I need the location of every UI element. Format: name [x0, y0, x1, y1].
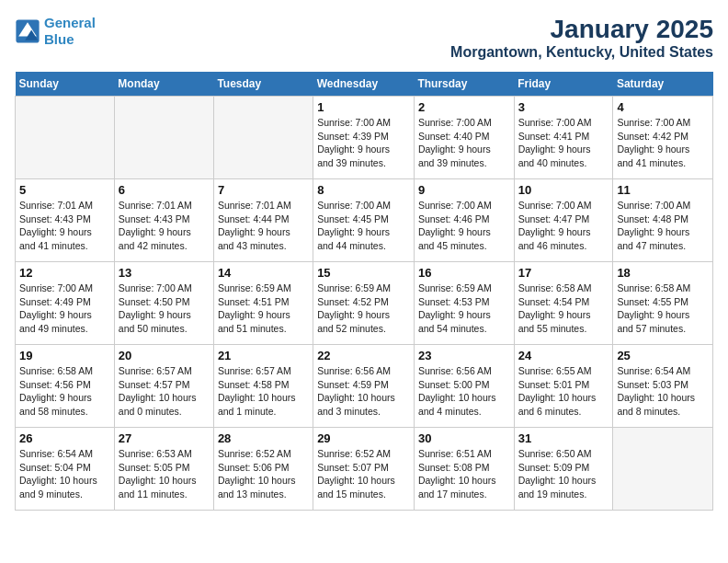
day-cell [613, 428, 713, 511]
day-number: 13 [119, 266, 210, 280]
day-number: 21 [218, 349, 309, 362]
day-number: 1 [317, 100, 410, 114]
day-info: Sunrise: 6:56 AM Sunset: 4:59 PM Dayligh… [317, 364, 410, 419]
day-number: 25 [617, 349, 709, 362]
day-cell: 10Sunrise: 7:00 AM Sunset: 4:47 PM Dayli… [514, 179, 613, 262]
day-number: 24 [518, 349, 609, 362]
day-cell: 15Sunrise: 6:59 AM Sunset: 4:52 PM Dayli… [313, 262, 415, 345]
day-cell: 21Sunrise: 6:57 AM Sunset: 4:58 PM Dayli… [213, 345, 313, 428]
day-cell: 30Sunrise: 6:51 AM Sunset: 5:08 PM Dayli… [414, 428, 514, 511]
week-row-1: 1Sunrise: 7:00 AM Sunset: 4:39 PM Daylig… [16, 97, 713, 179]
calendar-title: January 2025 [450, 15, 713, 44]
day-cell: 3Sunrise: 7:00 AM Sunset: 4:41 PM Daylig… [514, 97, 613, 179]
day-cell: 28Sunrise: 6:52 AM Sunset: 5:06 PM Dayli… [213, 428, 313, 511]
day-cell: 11Sunrise: 7:00 AM Sunset: 4:48 PM Dayli… [613, 179, 713, 262]
day-info: Sunrise: 7:00 AM Sunset: 4:39 PM Dayligh… [317, 116, 410, 170]
day-info: Sunrise: 6:52 AM Sunset: 5:07 PM Dayligh… [317, 447, 410, 501]
day-info: Sunrise: 6:57 AM Sunset: 4:57 PM Dayligh… [119, 364, 210, 419]
col-tuesday: Tuesday [213, 72, 313, 97]
day-number: 30 [418, 431, 510, 445]
day-info: Sunrise: 7:00 AM Sunset: 4:45 PM Dayligh… [317, 199, 410, 253]
week-row-4: 19Sunrise: 6:58 AM Sunset: 4:56 PM Dayli… [16, 345, 713, 428]
day-cell: 24Sunrise: 6:55 AM Sunset: 5:01 PM Dayli… [514, 345, 613, 428]
day-info: Sunrise: 6:57 AM Sunset: 4:58 PM Dayligh… [218, 364, 309, 419]
day-number: 5 [19, 183, 110, 197]
day-cell: 14Sunrise: 6:59 AM Sunset: 4:51 PM Dayli… [213, 262, 313, 345]
day-info: Sunrise: 6:53 AM Sunset: 5:05 PM Dayligh… [119, 447, 210, 501]
col-sunday: Sunday [16, 72, 115, 97]
day-cell: 18Sunrise: 6:58 AM Sunset: 4:55 PM Dayli… [613, 262, 713, 345]
day-number: 17 [518, 266, 609, 280]
day-number: 14 [218, 266, 309, 280]
day-cell: 16Sunrise: 6:59 AM Sunset: 4:53 PM Dayli… [414, 262, 514, 345]
logo-icon [15, 18, 40, 44]
day-cell: 8Sunrise: 7:00 AM Sunset: 4:45 PM Daylig… [313, 179, 415, 262]
day-cell: 17Sunrise: 6:58 AM Sunset: 4:54 PM Dayli… [514, 262, 613, 345]
day-number: 4 [617, 100, 709, 114]
day-info: Sunrise: 6:50 AM Sunset: 5:09 PM Dayligh… [518, 447, 609, 501]
day-info: Sunrise: 7:00 AM Sunset: 4:41 PM Dayligh… [518, 116, 609, 170]
day-cell [213, 97, 313, 179]
calendar-header-row: Sunday Monday Tuesday Wednesday Thursday… [16, 72, 713, 97]
day-number: 10 [518, 183, 609, 197]
day-info: Sunrise: 6:59 AM Sunset: 4:52 PM Dayligh… [317, 282, 410, 336]
header: General Blue January 2025 Morgantown, Ke… [15, 15, 713, 61]
day-info: Sunrise: 7:01 AM Sunset: 4:43 PM Dayligh… [119, 199, 210, 253]
day-info: Sunrise: 7:00 AM Sunset: 4:50 PM Dayligh… [119, 282, 210, 336]
day-number: 9 [418, 183, 510, 197]
day-cell: 22Sunrise: 6:56 AM Sunset: 4:59 PM Dayli… [313, 345, 415, 428]
day-cell [114, 97, 213, 179]
day-info: Sunrise: 7:01 AM Sunset: 4:43 PM Dayligh… [19, 199, 110, 253]
day-cell: 5Sunrise: 7:01 AM Sunset: 4:43 PM Daylig… [16, 179, 115, 262]
day-cell: 31Sunrise: 6:50 AM Sunset: 5:09 PM Dayli… [514, 428, 613, 511]
day-number: 28 [218, 431, 309, 445]
day-cell: 23Sunrise: 6:56 AM Sunset: 5:00 PM Dayli… [414, 345, 514, 428]
day-info: Sunrise: 7:00 AM Sunset: 4:48 PM Dayligh… [617, 199, 709, 253]
day-number: 31 [518, 431, 609, 445]
col-saturday: Saturday [613, 72, 713, 97]
day-cell: 2Sunrise: 7:00 AM Sunset: 4:40 PM Daylig… [414, 97, 514, 179]
day-info: Sunrise: 6:58 AM Sunset: 4:54 PM Dayligh… [518, 282, 609, 336]
day-info: Sunrise: 6:55 AM Sunset: 5:01 PM Dayligh… [518, 364, 609, 419]
col-friday: Friday [514, 72, 613, 97]
day-cell: 1Sunrise: 7:00 AM Sunset: 4:39 PM Daylig… [313, 97, 415, 179]
calendar-subtitle: Morgantown, Kentucky, United States [450, 44, 713, 61]
day-number: 23 [418, 349, 510, 362]
day-number: 15 [317, 266, 410, 280]
logo: General Blue [15, 15, 96, 48]
day-number: 3 [518, 100, 609, 114]
day-number: 11 [617, 183, 709, 197]
day-number: 6 [119, 183, 210, 197]
day-number: 19 [19, 349, 110, 362]
col-thursday: Thursday [414, 72, 514, 97]
day-number: 12 [19, 266, 110, 280]
day-number: 22 [317, 349, 410, 362]
day-cell: 27Sunrise: 6:53 AM Sunset: 5:05 PM Dayli… [114, 428, 213, 511]
week-row-5: 26Sunrise: 6:54 AM Sunset: 5:04 PM Dayli… [16, 428, 713, 511]
day-info: Sunrise: 6:54 AM Sunset: 5:03 PM Dayligh… [617, 364, 709, 419]
day-info: Sunrise: 7:01 AM Sunset: 4:44 PM Dayligh… [218, 199, 309, 253]
page-container: General Blue January 2025 Morgantown, Ke… [15, 15, 713, 511]
day-cell: 9Sunrise: 7:00 AM Sunset: 4:46 PM Daylig… [414, 179, 514, 262]
week-row-2: 5Sunrise: 7:01 AM Sunset: 4:43 PM Daylig… [16, 179, 713, 262]
day-cell: 29Sunrise: 6:52 AM Sunset: 5:07 PM Dayli… [313, 428, 415, 511]
day-cell: 20Sunrise: 6:57 AM Sunset: 4:57 PM Dayli… [114, 345, 213, 428]
day-number: 8 [317, 183, 410, 197]
col-wednesday: Wednesday [313, 72, 415, 97]
title-block: January 2025 Morgantown, Kentucky, Unite… [450, 15, 713, 61]
day-cell: 12Sunrise: 7:00 AM Sunset: 4:49 PM Dayli… [16, 262, 115, 345]
day-info: Sunrise: 6:52 AM Sunset: 5:06 PM Dayligh… [218, 447, 309, 501]
day-info: Sunrise: 6:58 AM Sunset: 4:55 PM Dayligh… [617, 282, 709, 336]
day-cell: 4Sunrise: 7:00 AM Sunset: 4:42 PM Daylig… [613, 97, 713, 179]
day-cell [16, 97, 115, 179]
day-info: Sunrise: 6:58 AM Sunset: 4:56 PM Dayligh… [19, 364, 110, 419]
calendar-table: Sunday Monday Tuesday Wednesday Thursday… [15, 72, 713, 511]
day-info: Sunrise: 6:51 AM Sunset: 5:08 PM Dayligh… [418, 447, 510, 501]
day-number: 16 [418, 266, 510, 280]
day-number: 29 [317, 431, 410, 445]
day-info: Sunrise: 7:00 AM Sunset: 4:49 PM Dayligh… [19, 282, 110, 336]
day-number: 2 [418, 100, 510, 114]
day-number: 26 [19, 431, 110, 445]
day-info: Sunrise: 7:00 AM Sunset: 4:47 PM Dayligh… [518, 199, 609, 253]
col-monday: Monday [114, 72, 213, 97]
